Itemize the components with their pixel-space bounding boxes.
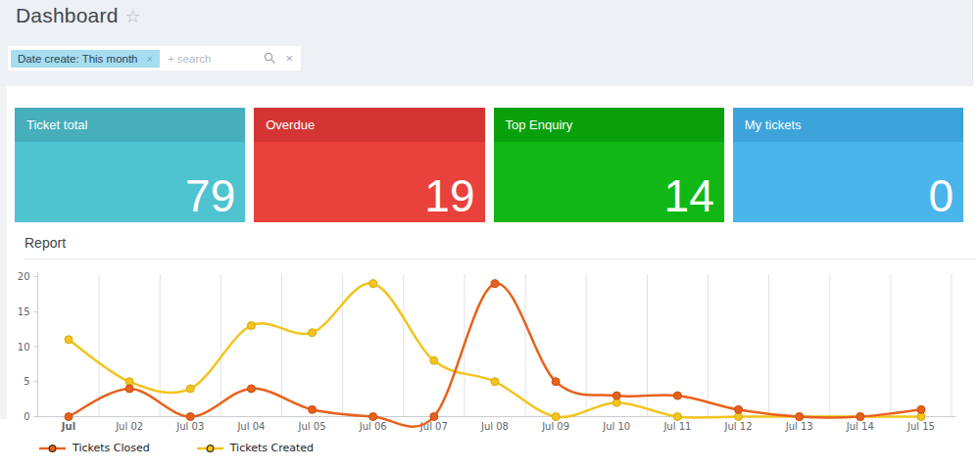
x-tick-label: Jul 08 [480, 421, 509, 432]
data-point[interactable] [186, 413, 194, 421]
clear-search-icon[interactable]: × [285, 51, 293, 66]
data-point[interactable] [430, 413, 438, 421]
data-point[interactable] [491, 378, 499, 386]
y-tick-label: 5 [24, 376, 29, 387]
favorite-star-icon[interactable]: ☆ [125, 7, 141, 26]
legend-item-tickets-closed[interactable]: Tickets Closed [39, 442, 150, 454]
kpi-cards-row: Ticket total 79 Overdue 19 Top Enquiry 1… [15, 108, 963, 222]
search-bar[interactable]: Date create: This month × × [8, 46, 301, 70]
card-top-enquiry[interactable]: Top Enquiry 14 [494, 108, 724, 222]
y-tick-label: 15 [18, 306, 30, 317]
card-body: 79 [15, 142, 245, 222]
data-point[interactable] [186, 385, 194, 393]
data-point[interactable] [735, 405, 743, 413]
x-tick-label: Jul 05 [298, 421, 326, 432]
data-point[interactable] [673, 413, 681, 421]
filter-tag-date-create[interactable]: Date create: This month × [11, 50, 160, 68]
report-section-title: Report [24, 235, 66, 251]
card-my-tickets[interactable]: My tickets 0 [733, 108, 963, 222]
card-title: My tickets [733, 108, 963, 142]
x-tick-label: Jul 14 [846, 421, 874, 432]
x-tick-label: Jul 07 [419, 421, 448, 432]
search-icon[interactable] [264, 52, 276, 65]
x-tick-label: Jul 12 [724, 421, 753, 432]
data-point[interactable] [552, 413, 560, 421]
page-title: Dashboard☆ [16, 4, 141, 27]
chart-legend: Tickets Closed Tickets Created [39, 442, 361, 454]
x-tick-label: Jul [61, 421, 75, 432]
card-title: Ticket total [15, 108, 245, 142]
x-tick-label: Jul 11 [662, 421, 691, 432]
card-value: 19 [424, 170, 474, 222]
legend-item-tickets-created[interactable]: Tickets Created [197, 442, 314, 454]
data-point[interactable] [309, 405, 317, 413]
card-ticket-total[interactable]: Ticket total 79 [15, 108, 245, 222]
card-overdue[interactable]: Overdue 19 [254, 108, 484, 222]
card-body: 19 [254, 142, 484, 222]
data-point[interactable] [796, 413, 804, 421]
series-line-tickets-closed [69, 283, 921, 426]
x-tick-label: Jul 15 [906, 421, 935, 432]
x-tick-label: Jul 04 [236, 421, 265, 432]
card-value: 79 [185, 170, 235, 222]
card-body: 0 [733, 142, 963, 222]
series-line-tickets-created [69, 283, 921, 417]
data-point[interactable] [552, 378, 560, 386]
data-point[interactable] [369, 280, 377, 288]
report-chart: 05101520JulJul 02Jul 03Jul 04Jul 05Jul 0… [0, 262, 980, 444]
y-tick-label: 0 [24, 411, 29, 422]
data-point[interactable] [612, 392, 620, 400]
data-point[interactable] [125, 385, 133, 393]
data-point[interactable] [247, 322, 255, 330]
data-point[interactable] [430, 356, 438, 364]
data-point[interactable] [491, 280, 499, 288]
data-point[interactable] [247, 385, 255, 393]
card-title: Top Enquiry [494, 108, 724, 142]
data-point[interactable] [917, 405, 925, 413]
x-tick-label: Jul 13 [785, 421, 813, 432]
card-value: 14 [664, 170, 714, 222]
filter-tag-label: Date create: This month [18, 53, 138, 65]
card-body: 14 [494, 142, 724, 222]
data-point[interactable] [857, 413, 864, 421]
x-tick-label: Jul 02 [115, 421, 143, 432]
report-divider [24, 258, 975, 259]
header-band [0, 0, 973, 86]
x-tick-label: Jul 03 [175, 421, 204, 432]
y-tick-label: 10 [18, 342, 30, 352]
data-point[interactable] [65, 413, 73, 421]
data-point[interactable] [309, 329, 317, 337]
legend-label: Tickets Closed [73, 442, 150, 454]
data-point[interactable] [369, 413, 377, 421]
page-title-text: Dashboard [16, 4, 119, 26]
tickets-closed-marker-icon [39, 444, 66, 453]
x-tick-label: Jul 06 [359, 421, 387, 432]
data-point[interactable] [673, 392, 681, 400]
y-tick-label: 20 [18, 271, 30, 282]
x-tick-label: Jul 09 [541, 421, 569, 432]
search-input[interactable] [168, 53, 264, 65]
filter-tag-remove-icon[interactable]: × [147, 53, 153, 65]
card-title: Overdue [254, 108, 484, 142]
legend-label: Tickets Created [230, 442, 314, 454]
x-tick-label: Jul 10 [602, 421, 630, 432]
data-point[interactable] [65, 336, 73, 344]
card-value: 0 [928, 170, 954, 222]
tickets-created-marker-icon [197, 444, 223, 453]
